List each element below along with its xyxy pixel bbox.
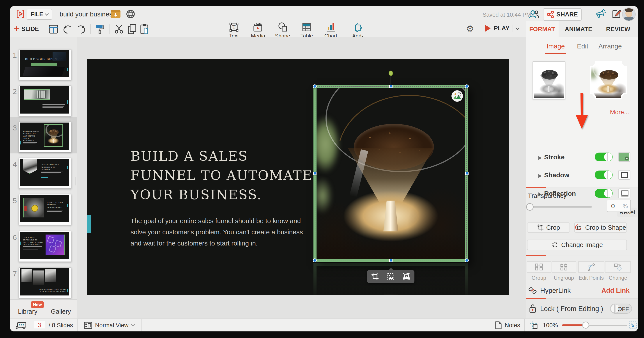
version-history-icon[interactable] [111,10,120,18]
change-image-button[interactable]: Change Image [527,240,627,250]
thumb4-title: GET CUSTOMER'S FEEDBACK TO IMPROVE. [41,164,65,171]
tab-review[interactable]: REVIEW [598,21,638,37]
slide-thumbnail-2[interactable] [19,86,72,116]
comments-icon[interactable] [15,321,27,330]
slide-thumbnail-5[interactable]: DEVELOP YOUR BRAND'S PERSONALITY. [19,194,72,225]
settings-gear-icon[interactable]: ⚙ [466,24,474,34]
crop-button[interactable]: Crop [527,222,570,233]
transparency-label: Transparency [528,192,566,199]
slide-thumbnail-4[interactable]: GET CUSTOMER'S FEEDBACK TO IMPROVE. [19,158,72,188]
avatar[interactable] [622,8,636,21]
stroke-expand-arrow[interactable] [538,156,542,160]
slide-accent-bar [87,215,91,233]
shadow-expand-arrow[interactable] [538,174,542,178]
change-shape-button[interactable] [605,261,631,273]
announcement-icon[interactable] [595,9,606,19]
play-options-chevron-icon[interactable] [516,26,519,30]
insert-shape-tool[interactable]: Shape [274,22,291,39]
guides-icon[interactable] [530,321,538,329]
slide-number-field[interactable]: 3 [34,321,45,329]
insert-chart-tool[interactable]: Chart [323,22,339,39]
change-label: Change [605,275,631,281]
view-mode-dropdown[interactable]: Normal View [95,322,128,329]
group-button[interactable] [526,261,551,273]
transparency-value-field[interactable]: 0 % [607,200,631,212]
insert-table-tool[interactable]: Table [299,22,314,39]
insert-text-tool[interactable]: T Text [226,22,242,39]
group-icon [534,263,543,271]
slide-thumbnail-6[interactable]: USE MEDIA EXPOSURE TO BUILD YOUR EMAIL L… [19,231,72,262]
document-title[interactable]: build your business [60,11,116,18]
divider [77,319,78,331]
mask-image-icon[interactable] [387,273,395,280]
play-button[interactable]: PLAY [485,25,519,32]
fill-image-icon[interactable] [402,273,410,280]
slide-number: 2 [13,87,19,96]
paste-icon[interactable] [140,24,150,35]
edit-points-button[interactable] [578,261,604,273]
thumb7-photo-3 [45,269,56,282]
resize-handle-n[interactable] [389,85,392,88]
add-slide-button[interactable]: + SLIDE [14,25,39,33]
slide-editing-area[interactable]: BUILD A SALES FUNNEL TO AUTOMATE YOUR BU… [87,59,509,295]
group-label: Group [526,275,551,281]
subtab-edit[interactable]: Edit [577,43,588,50]
subtab-image[interactable]: Image [546,43,565,50]
crop-to-shape-button[interactable]: Crop to Shape [574,222,627,233]
style-preset-framed[interactable] [590,61,627,99]
slide-thumbnail-1[interactable]: BUILD YOUR BUSINESS [19,49,72,80]
share-button[interactable]: SHARE [543,8,582,21]
add-link-button[interactable]: Add Link [602,287,630,294]
transparency-slider-knob[interactable] [526,203,534,211]
divider [491,319,491,331]
cut-icon[interactable] [114,24,124,34]
editor-canvas[interactable]: BUILD A SALES FUNNEL TO AUTOMATE YOUR BU… [77,37,526,318]
chart-tool-icon [326,22,336,32]
resize-handle-ne[interactable] [465,84,469,88]
redo-icon[interactable] [76,25,86,34]
resize-handle-se[interactable] [465,258,469,262]
resize-handle-sw[interactable] [313,258,317,262]
resize-handle-nw[interactable] [313,84,317,88]
slide-thumbnail-7[interactable]: REPROGRAM YOUR MIND FOR BUSINESS SUCCESS [19,267,72,298]
transparency-slider-track[interactable] [528,206,592,208]
more-styles-link[interactable]: More... [610,109,629,116]
resize-handle-w[interactable] [313,172,316,175]
slide-body-text[interactable]: The goal of your entire sales funnel sho… [130,215,304,249]
slide-title[interactable]: BUILD A SALES FUNNEL TO AUTOMATE YOUR BU… [130,146,319,204]
divider [90,24,91,34]
format-painter-icon[interactable] [95,24,105,35]
shadow-style-button[interactable] [618,170,630,180]
library-tab[interactable]: Library [18,308,38,315]
crop-tool-icon[interactable] [371,273,379,280]
ungroup-button[interactable] [552,261,576,273]
notes-button[interactable]: Notes [505,322,520,329]
feedback-icon[interactable] [611,9,622,19]
divider [590,10,590,19]
slide-layout-icon[interactable] [49,25,58,34]
gallery-tab[interactable]: Gallery [51,308,71,315]
publish-globe-icon[interactable] [126,9,135,19]
stroke-color-swatch[interactable] [618,152,630,162]
rotate-handle[interactable] [388,71,393,76]
collaborators-icon[interactable] [528,10,540,19]
stroke-toggle[interactable] [595,153,613,161]
insert-media-tool[interactable]: Media [250,22,266,39]
slide-thumbnail-3-selected[interactable]: BUILD A SALES FUNNEL TO AUTOMATE YOUR BU… [19,122,72,152]
undo-icon[interactable] [63,25,73,34]
style-preset-grayscale[interactable] [533,61,565,99]
shadow-toggle[interactable] [595,171,613,179]
slide-title-line: FUNNEL TO AUTOMATE [130,166,319,185]
lock-toggle-off[interactable]: OFF [610,303,632,314]
file-menu-button[interactable]: FILE [27,9,52,20]
resize-handle-e[interactable] [465,172,468,175]
tab-format[interactable]: FORMAT [526,21,558,37]
copy-icon[interactable] [127,24,137,35]
tab-animate[interactable]: ANIMATE [559,21,598,37]
fit-to-screen-icon[interactable] [629,321,637,329]
file-menu-label: FILE [31,11,43,18]
resize-handle-s[interactable] [389,259,392,262]
subtab-arrange[interactable]: Arrange [598,43,622,50]
format-panel: Image Edit Arrange More... [526,37,638,318]
zoom-slider-knob[interactable] [582,321,589,328]
